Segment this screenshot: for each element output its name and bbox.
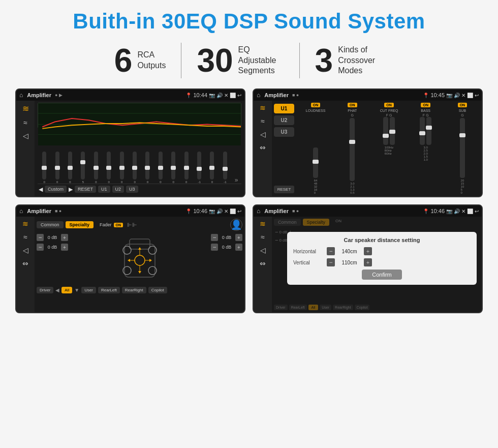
rl-minus[interactable]: − [37, 244, 44, 251]
bg-common: Common [274, 219, 301, 226]
eq-icon-3[interactable]: ≋ [22, 220, 28, 228]
fader-main: Common Specialty Fader ON ⊩⊩ 👤 − [35, 217, 244, 312]
slider-track-5[interactable] [107, 152, 111, 180]
close-icon-1: ✕ [224, 93, 228, 98]
wave-icon-3[interactable]: ≈ [23, 233, 27, 241]
dialog-title: Car speaker distance setting [293, 237, 471, 243]
cutfreq-g-slider[interactable] [390, 117, 395, 145]
slider-track-4[interactable] [94, 152, 98, 180]
arrows-icon-3[interactable]: ⇔ [22, 259, 28, 267]
next-btn[interactable]: ▶ [69, 186, 73, 193]
bass-g-slider[interactable] [426, 117, 431, 145]
sub-slider[interactable] [460, 118, 465, 178]
stat-crossover-number: 3 [315, 44, 333, 77]
rr-plus[interactable]: + [235, 244, 242, 251]
rearright-btn[interactable]: RearRight [122, 287, 146, 293]
eq-icon-4[interactable]: ≋ [260, 220, 266, 228]
slider-track-6[interactable] [120, 152, 124, 180]
sub-on[interactable]: ON [458, 103, 468, 107]
user-btn[interactable]: User [81, 287, 96, 293]
bass-f-slider[interactable] [420, 117, 425, 145]
wave-icon-4[interactable]: ≈ [261, 233, 265, 241]
stat-crossover: 3 Kinds ofCrossover Modes [300, 44, 399, 77]
u2-btn-eq[interactable]: U2 [112, 186, 124, 193]
eq-sidebar-icon[interactable]: ≋ [22, 104, 29, 113]
svg-point-10 [135, 255, 145, 265]
slider-track-8[interactable] [145, 152, 149, 180]
phat-slider[interactable] [350, 118, 355, 181]
u1-btn-eq[interactable]: U1 [98, 186, 110, 193]
slider-track-13[interactable] [210, 152, 214, 180]
fl-plus[interactable]: + [61, 234, 68, 241]
loudness-slider[interactable] [313, 147, 318, 178]
slider-track-1[interactable] [55, 152, 59, 180]
wave-sidebar-icon[interactable]: ≈ [23, 118, 27, 127]
bg-specialty: Specialty [303, 219, 330, 226]
tab-specialty[interactable]: Specialty [66, 221, 94, 228]
eq-icon-2[interactable]: ≋ [260, 104, 266, 112]
eq-slider-0: 0 [39, 152, 50, 184]
stat-eq-number: 30 [197, 44, 233, 77]
slider-track-14[interactable] [223, 152, 227, 180]
rr-minus[interactable]: − [211, 244, 218, 251]
cutfreq-f-slider[interactable] [383, 117, 388, 145]
home-icon-2[interactable]: ⌂ [257, 92, 260, 99]
slider-track-12[interactable] [197, 152, 201, 180]
vertical-minus[interactable]: − [327, 258, 335, 266]
back-icon-2[interactable]: ↩ [475, 93, 479, 98]
u3-btn-cross[interactable]: U3 [274, 127, 294, 137]
slider-track-3[interactable] [81, 152, 85, 180]
eq-slider-4: 0 [90, 152, 102, 184]
back-icon-4[interactable]: ↩ [475, 208, 479, 214]
eq-expand-arrows[interactable]: » [232, 176, 240, 184]
back-icon-3[interactable]: ↩ [237, 208, 241, 214]
u1-btn-cross[interactable]: U1 [274, 104, 294, 113]
fr-plus[interactable]: + [235, 234, 242, 241]
slider-track-9[interactable] [159, 152, 163, 180]
home-icon-1[interactable]: ⌂ [19, 92, 23, 99]
speaker-icon-2[interactable]: ◁ [260, 130, 266, 138]
copilot-btn[interactable]: Copilot [148, 287, 167, 293]
arrows-icon-2[interactable]: ⇔ [260, 143, 266, 152]
fr-minus[interactable]: − [211, 234, 218, 241]
vol-icon-1: 🔊 [216, 93, 223, 98]
confirm-button[interactable]: Confirm [362, 270, 402, 280]
horizontal-plus[interactable]: + [364, 247, 372, 255]
vertical-plus[interactable]: + [364, 258, 372, 266]
rearleft-btn[interactable]: RearLeft [98, 287, 120, 293]
cutfreq-on[interactable]: ON [384, 103, 394, 107]
u3-btn-eq[interactable]: U3 [126, 186, 138, 193]
phat-on[interactable]: ON [348, 103, 357, 107]
slider-track-0[interactable] [42, 152, 46, 180]
prev-btn[interactable]: ◀ [39, 186, 43, 193]
loudness-on[interactable]: ON [311, 103, 321, 107]
custom-btn[interactable]: Custom [45, 186, 67, 193]
rl-plus[interactable]: + [61, 244, 68, 251]
tab-common[interactable]: Common [37, 221, 64, 228]
horizontal-minus[interactable]: − [327, 247, 335, 255]
speaker-sidebar-icon[interactable]: ◁ [23, 132, 28, 140]
screen1-content: ≋ ≈ ◁ [16, 101, 244, 196]
speaker-icon-4[interactable]: ◁ [260, 246, 266, 254]
arrows-icon-4[interactable]: ⇔ [260, 259, 266, 267]
driver-btn[interactable]: Driver [37, 287, 53, 293]
reset-btn-eq[interactable]: RESET [75, 186, 96, 193]
reset-btn-cross[interactable]: RESET [274, 186, 294, 193]
all-btn[interactable]: All [61, 287, 72, 293]
cutfreq-fg: FG [386, 113, 392, 117]
wave-icon-2[interactable]: ≈ [261, 117, 265, 125]
home-icon-3[interactable]: ⌂ [19, 207, 23, 215]
screen2-content: ≋ ≈ ◁ ⇔ U1 U2 U3 RESET [254, 101, 482, 196]
slider-track-10[interactable] [171, 152, 175, 180]
slider-track-2[interactable] [68, 152, 72, 180]
bass-on[interactable]: ON [421, 103, 430, 107]
slider-track-11[interactable] [184, 152, 189, 180]
u2-btn-cross[interactable]: U2 [274, 115, 294, 125]
close-icon-4: ✕ [461, 208, 465, 214]
speaker-icon-3[interactable]: ◁ [23, 246, 28, 254]
fl-minus[interactable]: − [37, 234, 44, 241]
slider-track-7[interactable] [133, 152, 137, 180]
home-icon-4[interactable]: ⌂ [257, 207, 260, 215]
fader-on-toggle[interactable]: ON [114, 223, 123, 227]
back-icon-1[interactable]: ↩ [237, 93, 241, 98]
